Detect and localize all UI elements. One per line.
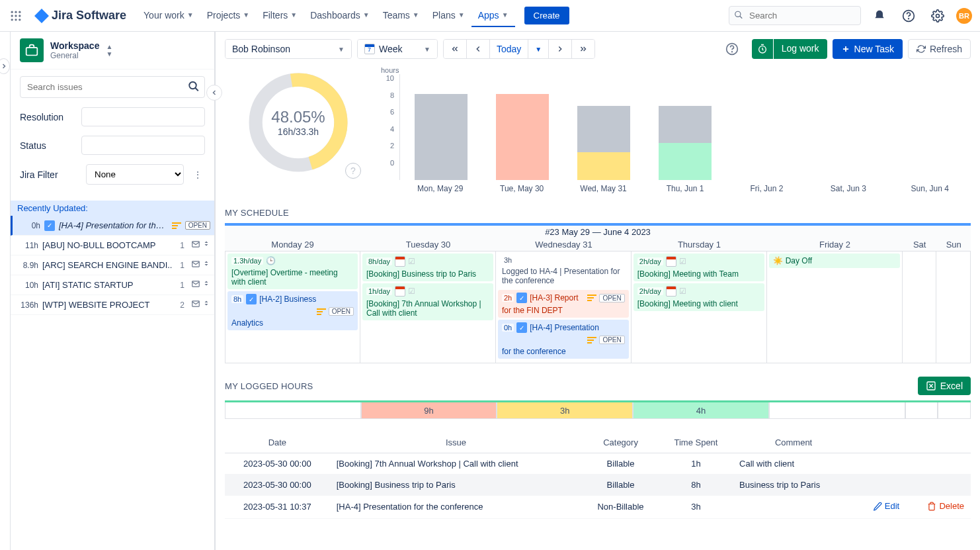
log-row[interactable]: 2023-05-31 10:37 [HA-4] Presentation for…	[225, 496, 971, 519]
issue-row[interactable]: 10h[ATI] STATIC STARTUP1	[11, 275, 214, 295]
last-button[interactable]	[572, 40, 594, 58]
envelope-icon[interactable]	[191, 279, 200, 291]
day-cell[interactable]: 2h/day☑[Booking] Meeting with Team2h/day…	[632, 252, 767, 363]
hours-summary-bar: 9h3h4h	[225, 400, 971, 419]
refresh-button[interactable]: Refresh	[908, 39, 971, 59]
help-icon[interactable]	[898, 5, 919, 26]
donut-help-icon[interactable]: ?	[345, 163, 361, 179]
global-search[interactable]	[729, 6, 861, 25]
first-button[interactable]	[444, 40, 467, 58]
help-button[interactable]	[717, 38, 747, 60]
nav-your-work[interactable]: Your work ▼	[137, 5, 200, 26]
issue-row[interactable]: 0h✓[HA-4] Presentation for the c...OPEN	[11, 216, 214, 236]
schedule-item[interactable]: 8h✓[HA-2] BusinessOPENAnalytics	[227, 291, 358, 330]
envelope-icon[interactable]	[191, 259, 200, 271]
cell-issue: [HA-4] Presentation for the conference	[330, 496, 583, 519]
apps-grid-icon[interactable]	[8, 8, 24, 24]
schedule-item[interactable]: 0h✓[HA-4] PresentationOPENfor the confer…	[498, 320, 629, 359]
issue-count: 2	[177, 300, 187, 310]
nav-projects[interactable]: Projects ▼	[200, 5, 256, 26]
column-header[interactable]: Date	[225, 432, 330, 453]
nav-dashboards[interactable]: Dashboards ▼	[304, 5, 376, 26]
cell-category: Billable	[582, 475, 659, 496]
svg-point-5	[19, 15, 20, 17]
create-button[interactable]: Create	[524, 7, 569, 24]
schedule-item[interactable]: 3hLogged to HA-4 | Presentation for the …	[498, 253, 629, 288]
expand-rail-icon[interactable]	[0, 58, 10, 74]
issue-title: [ABU] NO-BULL BOOTCAMP	[42, 240, 173, 250]
column-header[interactable]: Issue	[330, 432, 583, 453]
cell-date: 2023-05-31 10:37	[225, 496, 330, 519]
day-cell[interactable]: 3hLogged to HA-4 | Presentation for the …	[496, 252, 632, 363]
log-row[interactable]: 2023-05-30 00:00 [Booking] 7th Annual Wo…	[225, 453, 971, 475]
issue-row[interactable]: 8.9h[ARC] SEARCH ENGINE BANDI..1	[11, 255, 214, 275]
user-avatar[interactable]: BR	[956, 8, 972, 24]
svg-point-9	[735, 11, 741, 17]
new-task-button[interactable]: New Task	[833, 39, 903, 59]
global-search-input[interactable]	[729, 6, 861, 25]
hours-badge: 8h/day	[366, 257, 392, 265]
sort-icon[interactable]	[202, 279, 210, 291]
prev-button[interactable]	[467, 40, 490, 58]
collapse-sidebar-icon[interactable]	[206, 85, 222, 101]
status-input[interactable]	[81, 136, 205, 155]
settings-icon[interactable]	[927, 5, 948, 26]
today-button[interactable]: Today	[490, 40, 528, 58]
day-cell[interactable]	[936, 252, 971, 363]
day-cell[interactable]: 1.3h/day🕒[Overtime] Overtime - meeting w…	[225, 252, 360, 363]
envelope-icon[interactable]	[191, 299, 200, 310]
day-header: Friday 2	[767, 238, 903, 251]
hours-segment	[905, 402, 938, 419]
next-button[interactable]	[549, 40, 572, 58]
calendar-icon	[364, 44, 375, 54]
schedule-item[interactable]: 2h✓[HA-3] ReportOPENfor the FIN DEPT	[498, 290, 629, 318]
envelope-icon[interactable]	[191, 240, 200, 251]
nav-teams[interactable]: Teams ▼	[376, 5, 426, 26]
edit-button[interactable]: Edit	[873, 501, 899, 511]
view-select[interactable]: Week ▼	[358, 40, 437, 58]
hours-segment	[769, 402, 905, 419]
nav-plans[interactable]: Plans ▼	[426, 5, 471, 26]
today-dropdown[interactable]: ▼	[528, 40, 549, 58]
more-options-icon[interactable]: ⋮	[190, 167, 205, 183]
column-header[interactable]: Time Spent	[659, 432, 733, 453]
schedule-item[interactable]: 2h/day☑[Booking] Meeting with Team	[633, 253, 764, 281]
issue-row[interactable]: 136h[WTP] WEBSITE PROJECT2	[11, 295, 214, 315]
nav-apps[interactable]: Apps ▼	[471, 5, 515, 27]
jira-logo[interactable]: Jira Software	[26, 9, 134, 23]
nav-filters[interactable]: Filters ▼	[256, 5, 304, 26]
column-header[interactable]: Comment	[733, 432, 854, 453]
chevron-updown-icon: ▲▼	[106, 43, 112, 58]
calendar-icon	[395, 286, 405, 297]
day-cell[interactable]: 8h/day☑[Booking] Business trip to Paris1…	[360, 252, 496, 363]
calendar-icon	[666, 286, 676, 297]
search-issues-input[interactable]	[20, 76, 205, 98]
sort-icon[interactable]	[202, 259, 210, 271]
sort-icon[interactable]	[202, 240, 210, 251]
schedule-item[interactable]: ☀️Day Off	[769, 253, 900, 268]
user-select[interactable]: Bob Robinson ▼	[225, 40, 351, 58]
resolution-input[interactable]	[81, 107, 205, 126]
hours-badge: 1.3h/day	[231, 257, 263, 265]
x-label: Tue, May 30	[481, 180, 562, 193]
chevron-down-icon: ▼	[458, 11, 465, 19]
notifications-icon[interactable]	[869, 5, 890, 26]
jira-filter-select[interactable]: None	[86, 164, 184, 185]
issue-row[interactable]: 11h[ABU] NO-BULL BOOTCAMP1	[11, 236, 214, 255]
delete-button[interactable]: Delete	[927, 501, 964, 511]
svg-point-22	[731, 52, 732, 52]
sort-icon[interactable]	[202, 299, 210, 310]
day-cell[interactable]: ☀️Day Off	[767, 252, 903, 363]
schedule-item[interactable]: 2h/day☑[Booking] Meeting with client	[633, 283, 764, 311]
log-work-button[interactable]: Log work	[752, 39, 827, 59]
schedule-item[interactable]: 1.3h/day🕒[Overtime] Overtime - meeting w…	[227, 253, 358, 289]
log-row[interactable]: 2023-05-30 00:00 [Booking] Business trip…	[225, 475, 971, 496]
workspace-selector[interactable]: Workspace General ▲▼	[11, 32, 214, 69]
y-axis-label: hours	[381, 66, 971, 74]
column-header[interactable]: Category	[582, 432, 659, 453]
export-excel-button[interactable]: Excel	[918, 377, 971, 395]
schedule-item[interactable]: 8h/day☑[Booking] Business trip to Paris	[362, 253, 493, 281]
schedule-item[interactable]: 1h/day☑[Booking] 7th Annual Workshop | C…	[362, 283, 493, 320]
search-icon[interactable]	[188, 80, 200, 94]
day-cell[interactable]	[903, 252, 937, 363]
